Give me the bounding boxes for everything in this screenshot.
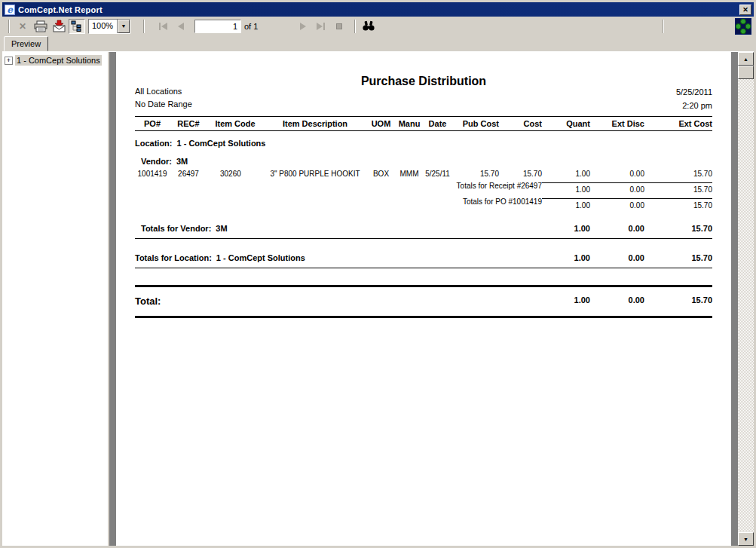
tab-bar: Preview [2, 35, 754, 51]
grand-total-quant: 1.00 [542, 295, 590, 307]
group-tree-panel: + 1 - ComCept Solutions [2, 52, 107, 546]
col-header: Pub Cost [451, 119, 499, 128]
previous-page-button[interactable] [173, 19, 189, 34]
stop-loading-button[interactable] [331, 19, 347, 34]
report-page: Purchase Distribution All Locations No D… [116, 52, 731, 546]
vendor-totals-row: Totals for Vendor:3M 1.00 0.00 15.70 [135, 224, 712, 233]
scroll-up-button[interactable]: ▲ [738, 52, 754, 66]
location-total-ext-cost: 15.70 [644, 253, 712, 262]
col-header: Date [424, 119, 451, 128]
po-totals-label: Totals for PO #1001419 [135, 197, 542, 210]
po-total-quant: 1.00 [542, 198, 590, 210]
comcept-logo-icon [735, 18, 751, 35]
cell-item-code: 30260 [207, 170, 263, 178]
cell-ext-disc: 0.00 [590, 170, 644, 178]
tree-node-comcept-solutions[interactable]: + 1 - ComCept Solutions [2, 54, 107, 66]
window-close-button[interactable]: ✕ [739, 5, 751, 15]
page-count-label: of 1 [244, 22, 258, 31]
cell-cost: 15.70 [499, 170, 542, 178]
report-title: Purchase Distribution [135, 75, 712, 88]
print-button[interactable] [32, 19, 49, 34]
cell-po: 1001419 [135, 170, 170, 178]
col-header: UOM [367, 119, 395, 128]
grand-total-ext-disc: 0.00 [590, 295, 644, 307]
vendor-value: 3M [176, 157, 188, 166]
page-number-input[interactable] [194, 20, 241, 33]
receipt-totals-label: Totals for Receipt #26497 [135, 182, 542, 194]
vendor-group-header: Vendor:3M [135, 157, 712, 166]
close-report-button[interactable]: ✕ [14, 19, 31, 34]
col-header: Ext Disc [590, 119, 644, 128]
printer-icon [34, 20, 47, 32]
col-header: Item Code [207, 119, 263, 128]
filter-date-range: No Date Range [135, 98, 192, 111]
receipt-total-quant: 1.00 [542, 182, 590, 194]
location-value: 1 - ComCept Solutions [177, 139, 266, 148]
zoom-dropdown-button[interactable]: ▼ [118, 20, 130, 33]
last-page-button[interactable] [313, 19, 329, 34]
vendor-total-ext-disc: 0.00 [590, 224, 644, 233]
toggle-group-tree-button[interactable] [69, 19, 85, 34]
cell-rec: 26497 [170, 170, 207, 178]
report-date: 5/25/2011 [676, 85, 712, 99]
stop-icon [336, 23, 342, 29]
scrollbar-track[interactable] [738, 79, 754, 532]
col-header: Ext Cost [644, 119, 712, 128]
app-icon: e [5, 5, 15, 15]
toolbar-grip[interactable] [143, 20, 145, 33]
receipt-total-ext-cost: 15.70 [644, 182, 712, 194]
cell-pub-cost: 15.70 [451, 170, 499, 178]
scroll-up-icon: ▲ [743, 57, 748, 62]
main-area: + 1 - ComCept Solutions Purchase Distrib… [2, 51, 754, 546]
col-header: Item Description [263, 119, 367, 128]
scroll-down-icon: ▼ [743, 537, 748, 542]
toolbar-grip[interactable] [354, 20, 356, 33]
previous-page-icon [178, 23, 184, 30]
location-totals-label: Totals for Location:1 - ComCept Solution… [135, 253, 542, 262]
vertical-scrollbar[interactable]: ▲ ▼ [738, 52, 754, 546]
location-label: Location: [135, 139, 173, 148]
toolbar-grip[interactable] [8, 20, 10, 33]
export-button[interactable] [51, 19, 67, 34]
column-header-row: PO# REC# Item Code Item Description UOM … [135, 116, 712, 131]
chevron-down-icon: ▼ [121, 23, 127, 29]
vendor-total-ext-cost: 15.70 [644, 224, 712, 233]
col-header: Manu [395, 119, 424, 128]
zoom-select[interactable]: 100% ▼ [88, 19, 130, 34]
next-page-icon [300, 23, 306, 30]
group-tree-icon [71, 20, 83, 32]
cell-uom: BOX [367, 170, 395, 178]
scroll-down-button[interactable]: ▼ [738, 532, 754, 546]
report-header: Purchase Distribution All Locations No D… [135, 75, 712, 116]
vendor-label: Vendor: [141, 157, 172, 166]
search-button[interactable] [360, 19, 377, 34]
grand-total-ext-cost: 15.70 [644, 295, 712, 307]
titlebar: e ComCept.Net Report ✕ [2, 2, 754, 17]
binoculars-icon [362, 20, 375, 32]
tree-node-label[interactable]: 1 - ComCept Solutions [15, 55, 102, 66]
po-total-ext-cost: 15.70 [644, 198, 712, 210]
first-page-button[interactable] [155, 19, 171, 34]
grand-total-top-rule [135, 285, 712, 287]
tab-preview[interactable]: Preview [4, 36, 48, 51]
location-total-quant: 1.00 [542, 253, 590, 262]
receipt-total-ext-disc: 0.00 [590, 182, 644, 194]
location-group-header: Location:1 - ComCept Solutions [135, 139, 712, 148]
po-totals-row: Totals for PO #1001419 1.00 0.00 15.70 [135, 197, 712, 210]
filter-all-locations: All Locations [135, 85, 192, 98]
location-total-ext-disc: 0.00 [590, 253, 644, 262]
cell-quant: 1.00 [542, 170, 590, 178]
tree-expand-icon[interactable]: + [5, 57, 13, 65]
zoom-value: 100% [89, 20, 118, 33]
cell-date: 5/25/11 [424, 170, 451, 178]
location-totals-row: Totals for Location:1 - ComCept Solution… [135, 253, 712, 262]
vendor-total-quant: 1.00 [542, 224, 590, 233]
col-header: REC# [170, 119, 207, 128]
divider [135, 238, 712, 239]
scrollbar-thumb[interactable] [738, 66, 754, 79]
next-page-button[interactable] [295, 19, 311, 34]
detail-row: 1001419 26497 30260 3" P800 PURPLE HOOKI… [135, 170, 712, 178]
window-title: ComCept.Net Report [18, 5, 739, 14]
receipt-totals-row: Totals for Receipt #26497 1.00 0.00 15.7… [135, 182, 712, 194]
toolbar-grip[interactable] [663, 20, 664, 33]
